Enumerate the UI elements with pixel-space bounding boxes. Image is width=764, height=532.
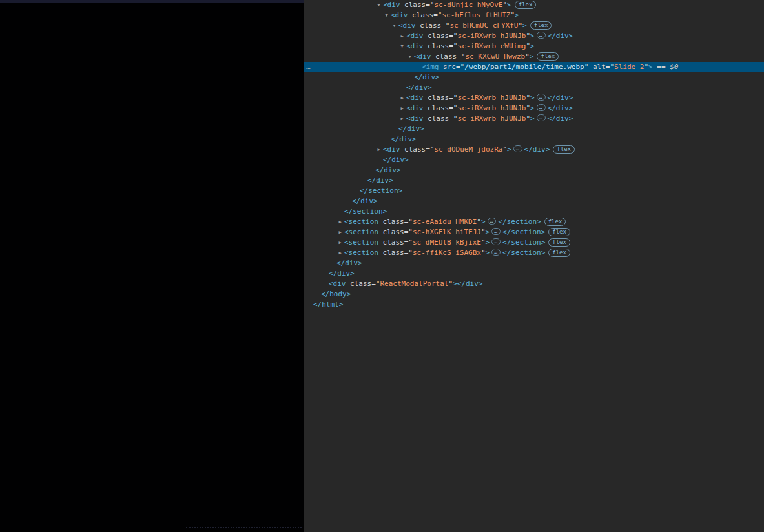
attribute-name-token: class	[378, 218, 404, 226]
dom-tree-row[interactable]: ▼<div class="sc-iRXwrb eWUimg">	[304, 41, 764, 52]
collapse-arrow-icon[interactable]: ▶	[398, 93, 406, 103]
closing-tag-token: </div>	[457, 280, 483, 288]
expand-arrow-icon[interactable]: ▼	[406, 52, 414, 62]
equals-quote-token: ="	[457, 52, 465, 61]
closing-tag-token: </div>	[548, 94, 573, 102]
flex-badge[interactable]: flex	[548, 238, 570, 247]
expand-children-button[interactable]: …	[491, 238, 501, 245]
tag-bracket-token: >	[648, 63, 653, 71]
tag-bracket-token: >	[530, 42, 535, 50]
tag-open-token: <div	[406, 104, 424, 112]
collapse-arrow-icon[interactable]: ▶	[336, 238, 344, 248]
dom-tree-row-selected[interactable]: …<img src="/webp/part1/mobile/time.webp"…	[304, 62, 764, 72]
expand-arrow-icon[interactable]: ▼	[390, 21, 398, 31]
dom-tree-row[interactable]: ▼<div class="sc-KXCwU Hwwzb">flex	[304, 52, 764, 62]
tag-open-token: <div	[398, 21, 416, 30]
closing-tag-token: </div>	[414, 73, 440, 81]
tag-open-token: <img	[422, 63, 439, 71]
flex-badge[interactable]: flex	[530, 21, 552, 30]
tag-open-token: <div	[329, 280, 346, 288]
dom-tree-row[interactable]: </div>	[304, 269, 764, 279]
attribute-name-token: class	[378, 228, 404, 236]
tag-open-token: <div	[406, 42, 424, 50]
dom-tree-row[interactable]: ▶<section class="sc-ffiKcS iSAGBx">…</se…	[304, 248, 764, 258]
tag-open-token: <section	[344, 238, 378, 247]
flex-badge[interactable]: flex	[548, 249, 570, 257]
dom-tree-row[interactable]: </section>	[304, 186, 764, 196]
expand-arrow-icon[interactable]: ▼	[382, 10, 391, 21]
expand-children-button[interactable]: …	[491, 228, 501, 235]
collapse-arrow-icon[interactable]: ▶	[336, 227, 344, 238]
collapse-arrow-icon[interactable]: ▶	[375, 145, 383, 155]
dom-tree-row[interactable]: ▶<div class="sc-iRXwrb hJUNJb">…</div>	[304, 103, 764, 114]
attribute-value-token: sc-iRXwrb hJUNJb	[458, 94, 526, 102]
collapse-arrow-icon[interactable]: ▶	[336, 217, 344, 227]
dom-tree-row[interactable]: ▶<section class="sc-dMEUlB kBjixE">…</se…	[304, 238, 764, 248]
quote-token: "	[481, 238, 486, 247]
collapse-arrow-icon[interactable]: ▶	[398, 114, 406, 124]
expand-arrow-icon[interactable]: ▼	[398, 41, 406, 52]
attribute-link[interactable]: /webp/part1/mobile/time.webp	[464, 63, 584, 71]
dom-tree-row[interactable]: </div>	[304, 83, 764, 93]
dom-tree-row[interactable]: ▶<div class="sc-iRXwrb hJUNJb">…</div>	[304, 114, 764, 124]
dom-tree-row[interactable]: ▶<div class="sc-dODueM jdozRa">…</div>fl…	[304, 145, 764, 155]
expand-children-button[interactable]: …	[488, 218, 497, 225]
tag-open-token: <div	[391, 11, 408, 19]
expand-children-button[interactable]: …	[491, 249, 501, 256]
tag-bracket-token: >	[530, 94, 535, 102]
dom-tree-row[interactable]: ▶<section class="sc-hXGFlK hiTEJJ">…</se…	[304, 227, 764, 238]
dom-tree-row[interactable]: ▼<div class="sc-dUnjic hNyOvE">flex	[304, 0, 764, 10]
tag-bracket-token: >	[530, 114, 535, 123]
dom-tree-row[interactable]: ▼<div class="sc-hFflus ftHUIZ">	[304, 10, 764, 21]
tag-bracket-token: >	[515, 11, 519, 19]
expand-children-button[interactable]: …	[537, 114, 546, 121]
closing-tag-token: </div>	[352, 197, 378, 205]
expand-children-button[interactable]: …	[537, 94, 546, 101]
expand-children-button[interactable]: …	[537, 104, 546, 111]
dom-tree-row[interactable]: </div>	[304, 258, 764, 269]
equals-equals-marker: ==	[653, 63, 670, 71]
flex-badge[interactable]: flex	[537, 52, 559, 61]
dom-tree-row[interactable]: <div class="ReactModalPortal"></div>	[304, 279, 764, 289]
attribute-name-token: class	[400, 1, 426, 9]
dom-tree-row[interactable]: </section>	[304, 207, 764, 217]
dom-tree-row[interactable]: </div>	[304, 155, 764, 165]
equals-quote-token: ="	[404, 249, 413, 257]
dom-tree-row[interactable]: ▶<div class="sc-iRXwrb hJUNJb">…</div>	[304, 31, 764, 41]
tag-open-token: <section	[344, 249, 378, 257]
expand-children-button[interactable]: …	[513, 145, 522, 152]
attribute-value-token: ReactModalPortal	[380, 280, 449, 288]
dom-tree-row[interactable]: </body>	[304, 289, 764, 300]
attribute-name-token: src	[439, 63, 457, 71]
screen: ▼<div class="sc-dUnjic hNyOvE">flex▼<div…	[0, 0, 764, 532]
dom-tree-row[interactable]: </div>	[304, 165, 764, 176]
flex-badge[interactable]: flex	[544, 218, 566, 226]
attribute-name-token: class	[424, 32, 449, 40]
closing-tag-token: </div>	[548, 32, 573, 40]
dom-tree-row[interactable]: </div>	[304, 196, 764, 207]
attribute-name-token: class	[346, 280, 372, 288]
flex-badge[interactable]: flex	[515, 1, 537, 9]
dom-tree-row[interactable]: ▼<div class="sc-bHCmUC cFYXfU">flex	[304, 21, 764, 31]
dom-tree-row[interactable]: </div>	[304, 176, 764, 186]
dom-tree-row[interactable]: </div>	[304, 124, 764, 134]
collapse-arrow-icon[interactable]: ▶	[398, 31, 406, 41]
equals-quote-token: ="	[449, 94, 457, 102]
collapse-arrow-icon[interactable]: ▶	[398, 103, 406, 114]
tag-bracket-token: >	[453, 280, 457, 288]
closing-tag-token: </section>	[360, 187, 402, 195]
dom-tree-row[interactable]: </html>	[304, 300, 764, 310]
dom-tree-row[interactable]: </div>	[304, 72, 764, 83]
dom-tree-row[interactable]: ▶<div class="sc-iRXwrb hJUNJb">…</div>	[304, 93, 764, 103]
dom-tree-row[interactable]: ▶<section class="sc-eAaidu HMKDI">…</sec…	[304, 217, 764, 227]
expand-arrow-icon[interactable]: ▼	[375, 0, 383, 10]
dom-tree-row[interactable]: </div>	[304, 134, 764, 145]
page-viewport	[0, 0, 304, 532]
tag-open-token: <div	[406, 94, 424, 102]
closing-tag-token: </section>	[498, 218, 541, 226]
flex-badge[interactable]: flex	[548, 228, 570, 236]
expand-children-button[interactable]: …	[537, 32, 546, 39]
tag-open-token: <div	[383, 1, 400, 9]
collapse-arrow-icon[interactable]: ▶	[336, 248, 344, 258]
flex-badge[interactable]: flex	[553, 145, 575, 154]
